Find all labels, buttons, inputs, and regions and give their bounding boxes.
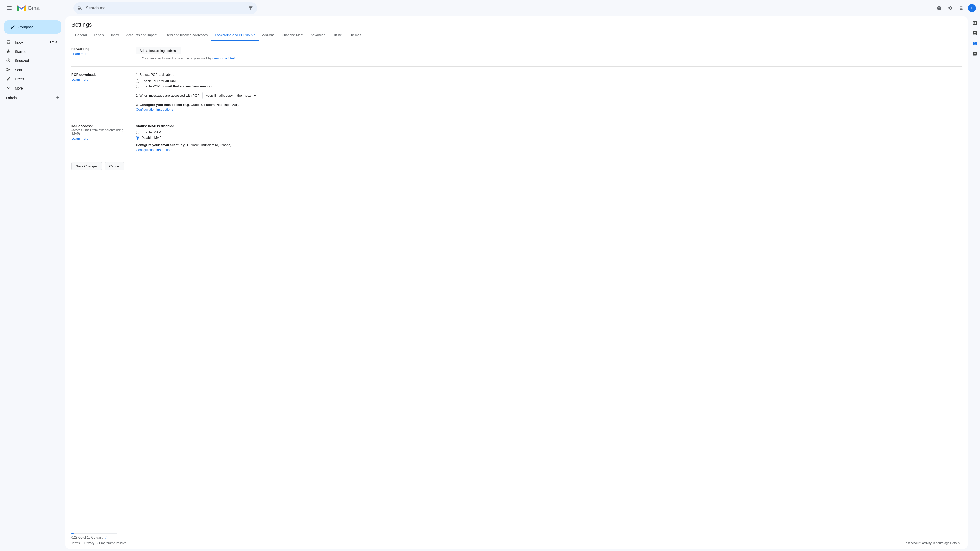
sent-icon [6, 67, 11, 73]
pop-learn-more[interactable]: Learn more [72, 78, 127, 81]
imap-label-sub: (access Gmail from other clients using I… [72, 128, 127, 135]
imap-configure-text: Configure your email client (e.g. Outloo… [136, 143, 962, 147]
forwarding-learn-more[interactable]: Learn more [72, 52, 127, 56]
labels-title: Labels [6, 96, 17, 100]
drafts-icon [6, 76, 11, 82]
imap-enable-input[interactable] [136, 130, 139, 134]
sidebar-item-snoozed-label: Snoozed [15, 59, 29, 63]
terms-link[interactable]: Terms [72, 541, 80, 545]
sidebar-item-starred-label: Starred [15, 49, 27, 54]
forwarding-tip: Tip: You can also forward only some of y… [136, 56, 962, 60]
last-activity-text: Last account activity: 3 hours ago [904, 541, 950, 545]
sidebar-item-inbox[interactable]: Inbox 1,254 [0, 38, 61, 47]
tab-offline[interactable]: Offline [329, 30, 345, 41]
sidebar-item-drafts-label: Drafts [15, 77, 24, 81]
details-link[interactable]: Details [950, 541, 959, 545]
storage-progress-bar [72, 533, 118, 534]
footer-links: Terms · Privacy · Programme Policies Las… [72, 541, 962, 545]
add-forwarding-button[interactable]: Add a forwarding address [136, 47, 181, 54]
sidebar-item-snoozed[interactable]: Snoozed [0, 56, 61, 65]
topbar: Gmail L [0, 0, 980, 16]
pop-label: POP download: Learn more [72, 73, 127, 111]
tab-forwarding[interactable]: Forwarding and POP/IMAP [211, 30, 259, 41]
pop-enable-new-input[interactable] [136, 85, 139, 88]
inbox-icon [6, 40, 11, 45]
footer-right: Last account activity: 3 hours ago Detai… [904, 541, 962, 545]
tab-accounts[interactable]: Accounts and Import [123, 30, 160, 41]
sidebar: Compose Inbox 1,254 Starred Snoozed [0, 16, 65, 551]
tab-themes[interactable]: Themes [345, 30, 365, 41]
search-input[interactable] [86, 6, 245, 11]
search-filter-icon[interactable] [248, 6, 253, 11]
avatar[interactable]: L [968, 4, 976, 12]
menu-icon[interactable] [4, 3, 14, 13]
search-bar [73, 2, 257, 14]
pop-configure-text: 3. Configure your email client (e.g. Out… [136, 103, 962, 106]
right-panel-calendar-icon[interactable] [970, 18, 980, 27]
pop-body: 1. Status: POP is disabled Enable POP fo… [136, 73, 962, 111]
pop-section: POP download: Learn more 1. Status: POP … [72, 67, 962, 118]
svg-rect-2 [6, 10, 12, 10]
imap-disable-input[interactable] [136, 136, 139, 140]
imap-config-link[interactable]: Configuration instructions [136, 148, 962, 152]
imap-learn-more[interactable]: Learn more [72, 137, 127, 140]
tab-labels[interactable]: Labels [90, 30, 107, 41]
pop-enable-all-input[interactable] [136, 79, 139, 83]
imap-body: Status: IMAP is disabled Enable IMAP Dis… [136, 124, 962, 152]
footer: 0.29 GB of 15 GB used ↗ Terms · Privacy … [65, 531, 968, 549]
save-button[interactable]: Save Changes [72, 162, 102, 170]
sidebar-item-starred[interactable]: Starred [0, 47, 61, 56]
add-label-button[interactable]: + [56, 95, 59, 101]
imap-enable-radio[interactable]: Enable IMAP [136, 130, 962, 134]
settings-icon[interactable] [945, 3, 956, 13]
sidebar-item-sent[interactable]: Sent [0, 65, 61, 75]
forwarding-section: Forwarding: Learn more Add a forwarding … [72, 41, 962, 67]
starred-icon [6, 49, 11, 54]
apps-icon[interactable] [956, 3, 967, 13]
more-icon [6, 86, 11, 91]
pop-enable-new-radio[interactable]: Enable POP for mail that arrives from no… [136, 84, 962, 88]
layout: Compose Inbox 1,254 Starred Snoozed [0, 16, 980, 551]
tab-filters[interactable]: Filters and blocked addresses [160, 30, 212, 41]
gmail-logo-text: Gmail [27, 5, 41, 11]
tab-addons[interactable]: Add-ons [259, 30, 278, 41]
tab-general[interactable]: General [72, 30, 90, 41]
right-panel-tasks-icon[interactable] [970, 29, 980, 38]
right-panel-add-icon[interactable] [970, 49, 980, 58]
imap-status: Status: IMAP is disabled [136, 124, 962, 128]
tab-inbox[interactable]: Inbox [107, 30, 123, 41]
policies-link[interactable]: Programme Policies [99, 541, 126, 545]
tab-chat[interactable]: Chat and Meet [278, 30, 307, 41]
imap-disable-radio[interactable]: Disable IMAP [136, 136, 962, 140]
right-panel-contacts-icon[interactable] [970, 39, 980, 48]
forwarding-body: Add a forwarding address Tip: You can al… [136, 47, 962, 60]
gmail-logo[interactable]: Gmail [16, 5, 41, 12]
main-content: Settings General Labels Inbox Accounts a… [65, 16, 968, 549]
compose-button[interactable]: Compose [4, 21, 61, 34]
imap-label-title: IMAP access: [72, 124, 127, 128]
sidebar-item-more-label: More [15, 86, 23, 90]
svg-rect-0 [6, 6, 12, 7]
imap-section: IMAP access: (access Gmail from other cl… [72, 118, 962, 158]
pop-status: 1. Status: POP is disabled [136, 73, 962, 76]
pop-when-label: 2. When messages are accessed with POP k… [136, 92, 962, 99]
storage-progress-fill [72, 533, 74, 534]
sidebar-item-more[interactable]: More [0, 84, 61, 93]
pop-when-dropdown[interactable]: keep Gmail's copy in the Inbox [202, 92, 257, 99]
pop-label-title: POP download: [72, 73, 127, 76]
settings-tabs: General Labels Inbox Accounts and Import… [65, 30, 968, 41]
pop-config-link[interactable]: Configuration instructions [136, 108, 962, 111]
snoozed-icon [6, 58, 11, 64]
help-icon[interactable] [934, 3, 944, 13]
tab-advanced[interactable]: Advanced [307, 30, 329, 41]
pop-enable-all-radio[interactable]: Enable POP for all mail [136, 79, 962, 83]
imap-label: IMAP access: (access Gmail from other cl… [72, 124, 127, 152]
storage-link-icon[interactable]: ↗ [105, 536, 107, 539]
creating-filter-link[interactable]: creating a filter! [212, 56, 235, 60]
privacy-link[interactable]: Privacy [84, 541, 94, 545]
forwarding-label: Forwarding: Learn more [72, 47, 127, 60]
cancel-button[interactable]: Cancel [105, 162, 124, 170]
imap-disable-label: Disable IMAP [142, 136, 162, 140]
settings-content: Forwarding: Learn more Add a forwarding … [65, 41, 968, 531]
sidebar-item-drafts[interactable]: Drafts [0, 75, 61, 84]
